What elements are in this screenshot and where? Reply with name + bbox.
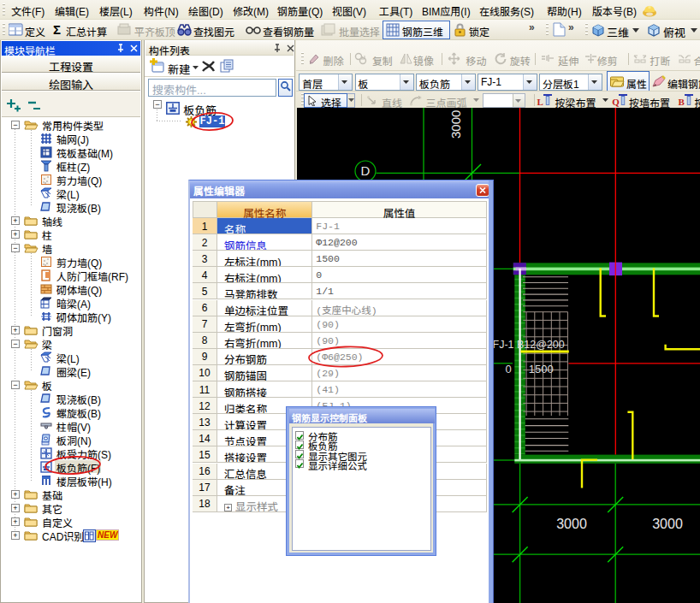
svg-text:1500: 1500 [529,363,554,375]
svg-text:0: 0 [505,363,511,375]
svg-text:3000: 3000 [556,517,587,531]
svg-text:3000: 3000 [652,517,683,531]
svg-text:D: D [361,163,371,178]
svg-text:3000: 3000 [448,110,463,139]
svg-text:FJ-1 B12@200: FJ-1 B12@200 [493,339,565,351]
